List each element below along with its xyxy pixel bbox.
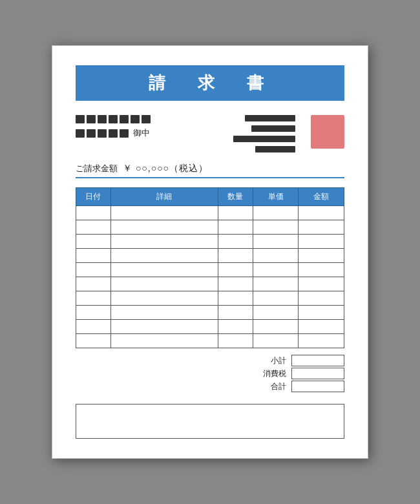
amount-label: ご請求金額	[76, 163, 118, 174]
table-cell	[218, 263, 253, 277]
table-cell	[218, 320, 253, 334]
invoice-page: 請 求 書 御中	[52, 45, 368, 459]
header-section: 御中	[76, 115, 344, 152]
table-cell	[110, 334, 218, 348]
table-cell	[299, 277, 344, 291]
sender-info	[233, 115, 295, 152]
table-row	[76, 235, 344, 249]
table-cell	[110, 220, 218, 235]
redact-block	[131, 115, 140, 123]
redact-block	[87, 129, 96, 138]
table-cell	[253, 263, 299, 277]
client-block: 御中	[76, 115, 151, 139]
table-row	[76, 334, 344, 348]
total-label: 合計	[253, 381, 286, 392]
table-cell	[253, 235, 299, 249]
amount-value: ￥ ○○,○○○（税込）	[123, 163, 208, 174]
table-cell	[299, 263, 344, 277]
table-cell	[110, 235, 218, 249]
right-block	[233, 115, 344, 152]
subtotal-row: 小計	[253, 355, 344, 366]
tax-value-box	[291, 368, 344, 379]
redact-info-line	[255, 146, 295, 152]
redact-block	[87, 115, 96, 123]
table-cell	[110, 306, 218, 320]
table-row	[76, 220, 344, 235]
table-cell	[218, 334, 253, 348]
total-value-box	[291, 381, 344, 392]
table-cell	[253, 277, 299, 291]
subtotal-label: 小計	[253, 355, 286, 366]
col-header-qty: 数量	[218, 188, 253, 206]
table-row	[76, 306, 344, 320]
redact-block	[98, 115, 107, 123]
notes-box	[76, 404, 344, 439]
subtotal-value-box	[291, 355, 344, 366]
amount-row: ご請求金額 ￥ ○○,○○○（税込）	[76, 163, 344, 178]
table-cell	[110, 320, 218, 334]
table-row	[76, 206, 344, 220]
table-cell	[299, 291, 344, 306]
table-cell	[299, 206, 344, 220]
redact-info-line	[251, 125, 295, 132]
table-cell	[76, 306, 111, 320]
onchu-label: 御中	[133, 127, 150, 139]
redact-block	[98, 129, 107, 138]
stamp-placeholder	[311, 115, 344, 149]
table-cell	[76, 291, 111, 306]
table-cell	[253, 306, 299, 320]
table-cell	[299, 334, 344, 348]
table-cell	[110, 249, 218, 263]
table-cell	[299, 249, 344, 263]
table-row	[76, 320, 344, 334]
table-cell	[299, 306, 344, 320]
client-name-line2: 御中	[76, 127, 151, 139]
table-cell	[253, 291, 299, 306]
redact-block	[120, 129, 129, 138]
redact-block	[109, 115, 118, 123]
table-cell	[76, 334, 111, 348]
table-cell	[218, 291, 253, 306]
col-header-date: 日付	[76, 188, 111, 206]
table-cell	[253, 249, 299, 263]
table-cell	[76, 320, 111, 334]
tax-label: 消費税	[253, 368, 286, 379]
total-row: 合計	[253, 381, 344, 392]
table-cell	[299, 235, 344, 249]
table-cell	[76, 263, 111, 277]
table-row	[76, 277, 344, 291]
table-cell	[253, 220, 299, 235]
table-cell	[76, 249, 111, 263]
table-cell	[299, 220, 344, 235]
table-cell	[218, 206, 253, 220]
table-cell	[110, 206, 218, 220]
table-cell	[253, 320, 299, 334]
table-cell	[218, 249, 253, 263]
table-cell	[76, 235, 111, 249]
col-header-detail: 詳細	[110, 188, 218, 206]
redact-info-line	[245, 115, 295, 121]
table-cell	[76, 206, 111, 220]
table-cell	[253, 334, 299, 348]
redact-block	[120, 115, 129, 123]
table-cell	[218, 220, 253, 235]
table-cell	[110, 277, 218, 291]
redact-block	[76, 129, 85, 138]
invoice-title: 請 求 書	[76, 65, 344, 101]
tax-row: 消費税	[253, 368, 344, 379]
table-cell	[299, 320, 344, 334]
redact-block	[142, 115, 151, 123]
redact-info-line	[233, 136, 295, 142]
summary-section: 小計 消費税 合計	[76, 355, 344, 392]
col-header-amount: 金額	[299, 188, 344, 206]
table-cell	[76, 220, 111, 235]
table-cell	[253, 206, 299, 220]
table-cell	[110, 291, 218, 306]
col-header-price: 単価	[253, 188, 299, 206]
table-row	[76, 249, 344, 263]
redact-block	[76, 115, 85, 123]
table-cell	[218, 277, 253, 291]
table-cell	[218, 235, 253, 249]
table-row	[76, 291, 344, 306]
table-cell	[76, 277, 111, 291]
